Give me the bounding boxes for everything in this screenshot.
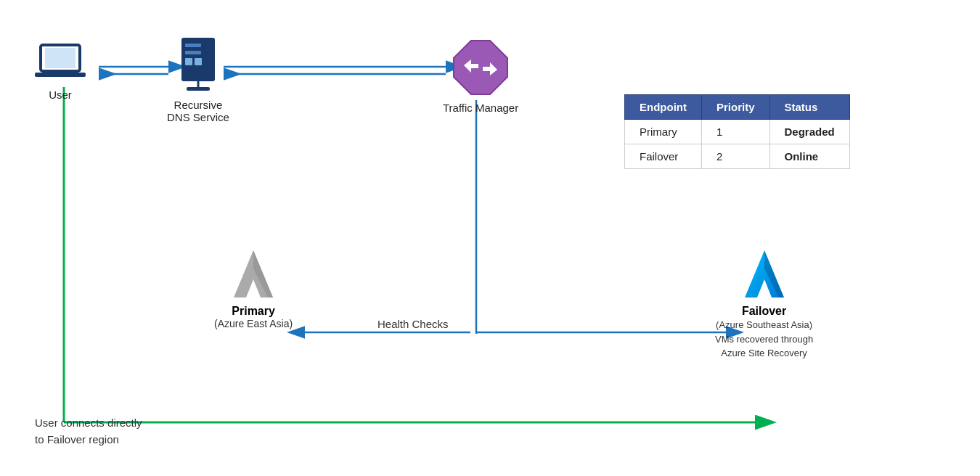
svg-rect-8 <box>45 48 75 68</box>
primary-sub: (Azure East Asia) <box>214 318 293 329</box>
svg-rect-12 <box>185 44 201 47</box>
cell-endpoint: Primary <box>625 120 702 144</box>
svg-rect-15 <box>195 58 202 65</box>
svg-rect-17 <box>187 87 210 91</box>
failover-icon-box: Failover (Azure Southeast Asia) VMs reco… <box>715 247 813 361</box>
table-header-endpoint: Endpoint <box>625 95 702 120</box>
failover-azure-icon <box>732 247 797 305</box>
primary-icon-box: Primary (Azure East Asia) <box>214 247 293 329</box>
primary-label: Primary <box>214 305 293 318</box>
dns-icon <box>176 36 221 94</box>
table-header-status: Status <box>769 95 849 120</box>
laptop-icon <box>35 42 86 84</box>
table-header-priority: Priority <box>701 95 769 120</box>
svg-marker-18 <box>454 41 507 94</box>
table-row: Failover2Online <box>625 144 850 169</box>
svg-rect-14 <box>185 58 192 65</box>
cell-endpoint: Failover <box>625 144 702 169</box>
health-checks-label: Health Checks <box>377 318 449 330</box>
cell-status: Degraded <box>769 120 849 144</box>
traffic-manager-icon-box: Traffic Manager <box>443 38 518 114</box>
cell-priority: 2 <box>701 144 769 169</box>
failover-sub: (Azure Southeast Asia) VMs recovered thr… <box>715 318 813 361</box>
diagram-container: User Recursive DNS Service Traffic Manag… <box>0 0 980 476</box>
svg-rect-13 <box>185 51 201 54</box>
dns-label: Recursive DNS Service <box>167 99 229 123</box>
traffic-manager-label: Traffic Manager <box>443 102 518 114</box>
endpoint-table: Endpoint Priority Status Primary1Degrade… <box>624 94 850 169</box>
table-row: Primary1Degraded <box>625 120 850 144</box>
svg-rect-10 <box>52 71 68 74</box>
primary-azure-icon <box>221 247 286 305</box>
cell-priority: 1 <box>701 120 769 144</box>
user-icon-box: User <box>35 42 86 101</box>
dns-icon-box: Recursive DNS Service <box>167 36 229 123</box>
cell-status: Online <box>769 144 849 169</box>
failover-label: Failover <box>715 305 813 318</box>
user-connects-label: User connects directly to Failover regio… <box>35 415 142 448</box>
user-label: User <box>49 89 72 101</box>
traffic-manager-icon <box>451 38 510 97</box>
